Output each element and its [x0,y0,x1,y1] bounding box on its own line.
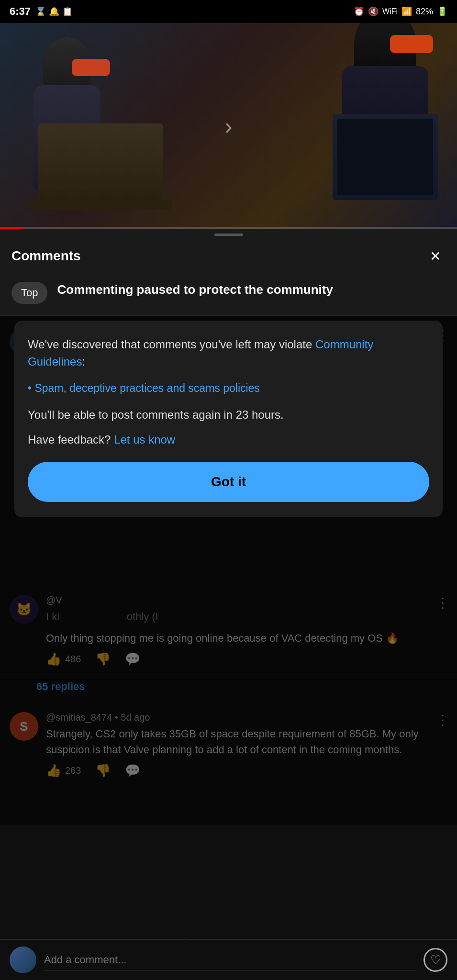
heart-icon[interactable]: ♡ [424,948,447,972]
signal-icon: 📶 [401,6,412,17]
add-comment-bar: ♡ [0,939,457,980]
warning-text: Commenting paused to protect the communi… [57,282,333,298]
wifi-icon: WiFi [382,7,398,16]
warning-banner: Top Commenting paused to protect the com… [0,272,457,316]
goggle-left [72,59,110,76]
got-it-button[interactable]: Got it [28,462,429,502]
add-comment-input[interactable] [44,950,416,970]
goggle-right [390,35,433,53]
modal-body-text: We've discovered that comments you've le… [28,336,429,370]
drag-handle [214,234,243,236]
bell-icon: 🔔 [49,6,59,17]
status-time: 6:37 [10,5,31,18]
status-icons: ⌛ 🔔 📋 [35,6,73,17]
mute-icon: 🔇 [368,6,379,17]
video-area[interactable]: › [0,23,457,229]
let-us-know-link[interactable]: Let us know [114,433,175,446]
laptop-left [38,123,163,200]
battery-icon: 🔋 [437,6,447,17]
battery-percent: 82% [416,7,433,17]
close-button[interactable]: ✕ [424,245,446,267]
top-badge[interactable]: Top [11,282,47,304]
hourglass-icon: ⌛ [35,6,46,17]
add-comment-avatar [10,947,36,973]
comments-header: Comments ✕ [0,238,457,272]
laptop-right [333,114,438,200]
modal-popup: We've discovered that comments you've le… [14,321,443,517]
heart-symbol: ♡ [430,953,441,968]
video-progress-bar[interactable] [0,227,457,229]
clipboard-icon: 📋 [62,6,73,17]
drag-handle-area[interactable] [0,229,457,238]
modal-feedback: Have feedback? Let us know [28,433,429,446]
hacker-scene: › [0,23,457,229]
alarm-icon: ⏰ [354,6,364,17]
status-bar: 6:37 ⌛ 🔔 📋 ⏰ 🔇 WiFi 📶 82% 🔋 [0,0,457,23]
modal-hours-text: You'll be able to post comments again in… [28,406,429,423]
play-chevron-icon: › [225,113,233,139]
comment-section: 😺 @D Threc 👍 38 ⋮ We've discovered that … [0,316,457,824]
laptop-screen [337,119,433,195]
modal-bullet-link[interactable]: Spam, deceptive practices and scams poli… [28,380,429,397]
video-progress-fill [0,227,23,229]
status-left: 6:37 ⌛ 🔔 📋 [10,5,73,18]
status-right: ⏰ 🔇 WiFi 📶 82% 🔋 [354,6,447,17]
comments-title: Comments [11,248,81,264]
